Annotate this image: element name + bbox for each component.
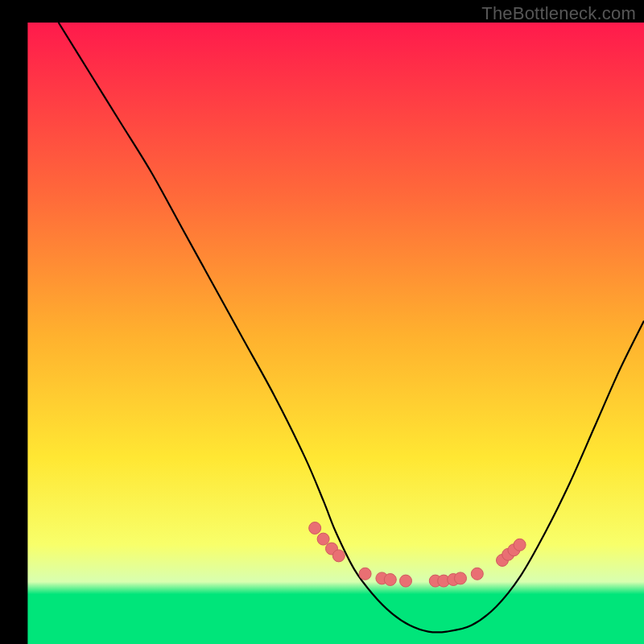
highlight-dot xyxy=(471,568,483,580)
highlight-dot xyxy=(359,568,371,580)
highlight-dot xyxy=(514,539,526,551)
highlight-dot xyxy=(400,575,412,587)
bottleneck-chart xyxy=(0,0,644,644)
highlight-dot xyxy=(317,533,329,545)
highlight-dot xyxy=(332,550,345,562)
highlight-dot xyxy=(309,522,321,535)
watermark-text: TheBottleneck.com xyxy=(481,3,636,24)
highlight-dot xyxy=(455,572,467,584)
chart-frame: { "watermark": "TheBottleneck.com", "col… xyxy=(0,0,644,644)
highlight-dot xyxy=(384,574,396,586)
